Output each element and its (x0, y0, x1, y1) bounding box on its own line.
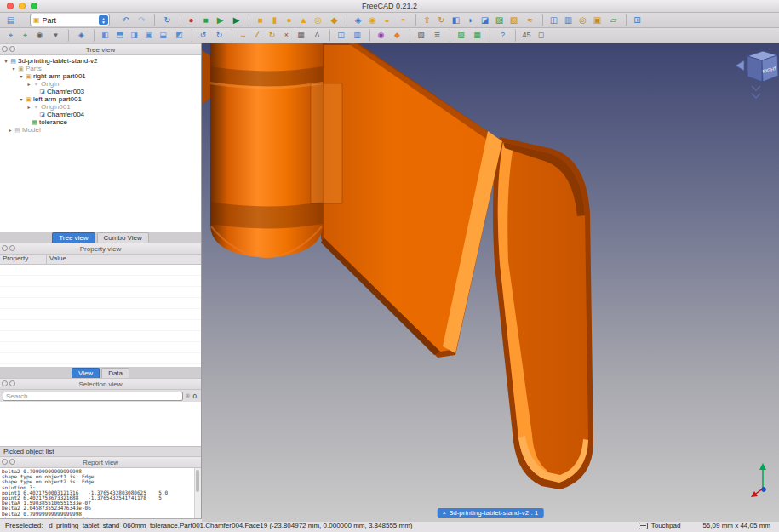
document-tab[interactable]: × 3d-printing-tablet-stand-v2 : 1 (438, 508, 544, 518)
measure-toggle-delta-icon[interactable]: Δ (308, 29, 330, 42)
expand-arrow-icon[interactable]: ▾ (18, 73, 25, 79)
tree-item-tolerance[interactable]: ▦ tolerance (0, 118, 201, 126)
tab-combo-view[interactable]: Combo View (97, 232, 149, 243)
chamfer-icon[interactable]: ◪ (478, 14, 492, 26)
tree-item-parts[interactable]: ▾ ▣ Parts (0, 65, 201, 72)
unit-lock-icon[interactable]: ◻ (534, 29, 548, 42)
measure-clear-icon[interactable]: × (279, 29, 294, 42)
fit-selection-icon[interactable]: ⌖ (18, 29, 32, 42)
tab-tree-view[interactable]: Tree view (52, 232, 95, 243)
persistent-section-icon[interactable]: ▥ (348, 29, 370, 42)
minimize-window-button[interactable] (19, 3, 26, 9)
boolean-cut-icon[interactable]: ◒ (380, 14, 394, 26)
tree-item-origin[interactable]: ▸ ⌖ Origin (0, 80, 201, 88)
view-top-icon[interactable]: ⬒ (112, 29, 127, 42)
redo-icon[interactable]: ↷ (133, 14, 155, 26)
ruled-surface-icon[interactable]: ▨ (492, 14, 507, 26)
part-cylinder-icon[interactable]: ▮ (267, 14, 282, 26)
boolean-common-icon[interactable]: ◓ (394, 14, 416, 26)
expand-arrow-icon[interactable]: ▸ (26, 81, 32, 87)
navigation-style-selector[interactable]: Touchpad (639, 522, 681, 529)
model-hinge-flat-face[interactable] (311, 83, 342, 203)
macro-record-icon[interactable]: ● (184, 14, 198, 26)
workbench-selector[interactable]: ▣ Part ▲▼ (30, 14, 110, 26)
fit-all-icon[interactable]: ⌖ (3, 29, 18, 42)
view-isometric-icon[interactable]: ◈ (72, 29, 95, 42)
boolean-union-icon[interactable]: ◉ (365, 14, 380, 26)
tab-data[interactable]: Data (101, 368, 129, 378)
loft-icon[interactable]: ▧ (507, 14, 521, 26)
panel-float-icon[interactable] (2, 459, 8, 465)
viewport-canvas[interactable]: RIGHT (202, 43, 779, 522)
panel-close-icon[interactable] (9, 380, 15, 386)
mirror-icon[interactable]: ◧ (449, 14, 463, 26)
tree-item-origin001[interactable]: ▸ ⌖ Origin001 (0, 103, 201, 111)
model-hinge-cylinder[interactable] (210, 43, 323, 258)
property-column-header[interactable]: Property (0, 255, 47, 264)
measure-toggle-3d-icon[interactable]: ▦ (294, 29, 308, 42)
rotate-right-icon[interactable]: ↻ (210, 29, 232, 42)
shape-builder-icon[interactable]: ◈ (351, 14, 365, 26)
compound-tools-icon[interactable]: ⊞ (630, 14, 644, 26)
appearance-icon[interactable]: ◉ (374, 29, 388, 42)
dependency-graph-icon[interactable]: ≣ (428, 29, 450, 42)
panel-close-icon[interactable] (9, 459, 15, 465)
extrude-icon[interactable]: ⇧ (420, 14, 434, 26)
expand-arrow-icon[interactable]: ▾ (3, 58, 9, 64)
refresh-icon[interactable]: ↻ (158, 14, 180, 26)
view-bottom-icon[interactable]: ⬓ (156, 29, 170, 42)
texture-mapping-icon[interactable]: ▨ (454, 29, 468, 42)
cross-sections-icon[interactable]: ▥ (561, 14, 576, 26)
expand-arrow-icon[interactable]: ▸ (26, 104, 32, 110)
expand-arrow-icon[interactable]: ▸ (7, 127, 14, 133)
draw-style-arrow-icon[interactable]: ▾ (47, 29, 69, 42)
scene-inspector-icon[interactable]: ▧ (414, 29, 428, 42)
part-primitives-icon[interactable]: ◆ (325, 14, 347, 26)
measure-linear-icon[interactable]: ↔ (236, 29, 250, 42)
close-tab-icon[interactable]: × (443, 510, 446, 516)
measure-refresh-icon[interactable]: ↻ (265, 29, 279, 42)
clipping-plane-icon[interactable]: ◫ (334, 29, 348, 42)
part-sphere-icon[interactable]: ● (282, 14, 296, 26)
angle-snap-icon[interactable]: 45 (519, 29, 534, 42)
view-right-icon[interactable]: ◨ (127, 29, 141, 42)
revolve-icon[interactable]: ↻ (434, 14, 449, 26)
macro-debug-icon[interactable]: ▶ (227, 14, 249, 26)
expand-arrow-icon[interactable]: ▾ (18, 96, 25, 102)
rotate-left-icon[interactable]: ↺ (196, 29, 210, 42)
part-cone-icon[interactable]: ▲ (296, 14, 311, 26)
report-log[interactable]: Delta2 0.79999999999999998 shape type on… (0, 468, 201, 518)
3d-viewport[interactable]: RIGHT × 3d-printing-tablet-stand-v2 : 1 (202, 43, 779, 518)
value-column-header[interactable]: Value (47, 255, 201, 264)
workbench-dropdown-icon[interactable]: ▲▼ (99, 15, 108, 25)
fillet-icon[interactable]: ◗ (463, 14, 478, 26)
tab-view[interactable]: View (72, 368, 100, 378)
panel-close-icon[interactable] (9, 245, 15, 251)
part-box-icon[interactable]: ■ (253, 14, 267, 26)
new-document-icon[interactable]: ▤ (3, 14, 18, 26)
expand-arrow-icon[interactable]: ▾ (10, 66, 17, 72)
whats-this-icon[interactable]: ? (494, 29, 516, 42)
view-rear-icon[interactable]: ▣ (141, 29, 156, 42)
random-color-icon[interactable]: ◆ (388, 29, 410, 42)
property-table-body[interactable] (0, 265, 201, 367)
tree-item-chamfer004[interactable]: ◪ Chamfer004 (0, 111, 201, 118)
sweep-icon[interactable]: ≈ (521, 14, 543, 26)
tree-item-left-arm-part001[interactable]: ▾ ▣ left-arm-part001 (0, 95, 201, 103)
tree-item-chamfer003[interactable]: ◪ Chamfer003 (0, 88, 201, 95)
offset-icon[interactable]: ◎ (576, 14, 590, 26)
report-scrollbar[interactable] (194, 468, 201, 518)
view-front-icon[interactable]: ◧ (98, 29, 112, 42)
tree-item-model[interactable]: ▸ ▤ Model (0, 126, 201, 134)
measure-angular-icon[interactable]: ∠ (250, 29, 265, 42)
view-left-icon[interactable]: ◩ (170, 29, 192, 42)
draw-style-icon[interactable]: ◉ (32, 29, 47, 42)
spreadsheet-view-icon[interactable]: ▦ (468, 29, 490, 42)
macro-stop-icon[interactable]: ■ (198, 14, 213, 26)
zoom-window-button[interactable] (31, 3, 37, 9)
report-scrollbar-thumb[interactable] (196, 470, 199, 492)
panel-close-icon[interactable] (9, 46, 15, 52)
selection-list[interactable] (0, 402, 201, 446)
projection-icon[interactable]: ▱ (604, 14, 627, 26)
undo-icon[interactable]: ↶ (118, 14, 133, 26)
